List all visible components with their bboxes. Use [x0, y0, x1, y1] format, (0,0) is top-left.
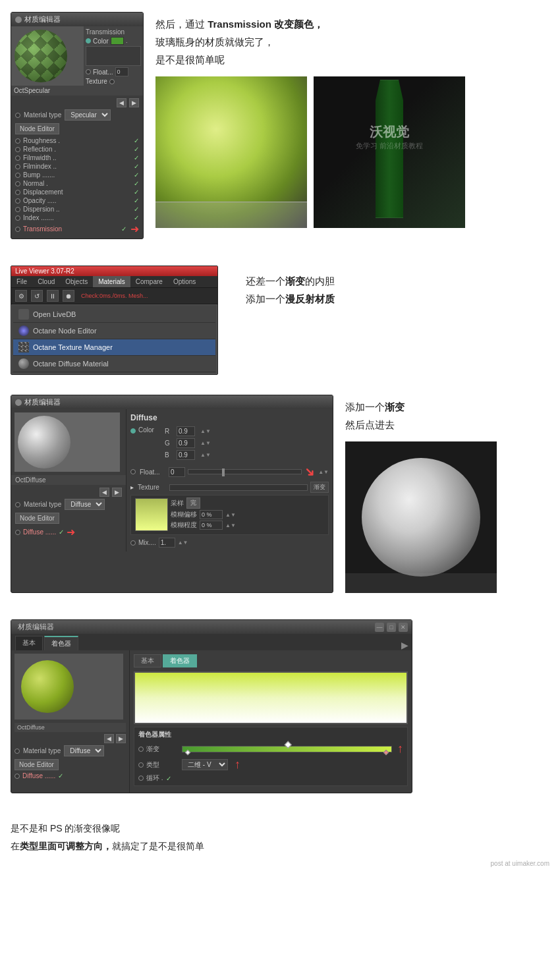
prop-index: Index ....... ✓: [15, 213, 139, 222]
blur-y-label: 模糊程度: [171, 521, 197, 530]
section1-images: 沃视觉 免学习 前沿材质教程: [155, 76, 549, 228]
blur-y-input[interactable]: [200, 521, 223, 530]
lv-menu-file[interactable]: File: [11, 276, 32, 287]
section1-text: 然后，通过 Transmission 改变颜色， 玻璃瓶身的材质就做完了， 是不…: [155, 12, 549, 239]
mix-label-3: Mix....: [138, 539, 156, 546]
ge-minimize-icon[interactable]: —: [375, 623, 384, 632]
prop-filmindex-radio: [15, 164, 20, 169]
ge-nav-left[interactable]: ◀: [104, 734, 114, 743]
ge-preview-area: [14, 654, 123, 720]
section2-text: 还差一个渐变的内胆 添加一个漫反射材质: [230, 266, 335, 308]
g-value-input[interactable]: [177, 438, 195, 448]
ge-diffuse-radio: [14, 774, 20, 779]
watermark: post at uimaker.com: [0, 859, 560, 871]
lv-dd-diffusematerial[interactable]: Octane Diffuse Material: [13, 356, 215, 372]
s3-bold1: 渐变: [385, 401, 405, 412]
lv-menu-cloud[interactable]: Cloud: [32, 276, 60, 287]
lv-tool-pause[interactable]: ⏸: [47, 290, 59, 302]
footer-text: 是不是和 PS 的渐变很像呢 在类型里面可调整方向，就搞定了是不是很简单: [0, 813, 560, 859]
trans-float-radio[interactable]: [86, 69, 91, 74]
blur-y-row: 模糊程度 ▲▼: [171, 521, 324, 530]
ge-type-dropdown[interactable]: 二维 - V: [182, 759, 228, 770]
lv-menu-options[interactable]: Options: [168, 276, 201, 287]
float-value-input-3[interactable]: [169, 467, 185, 477]
s2-line2: 添加一个漫反射材质: [246, 290, 335, 308]
lv-tool-refresh[interactable]: ↺: [31, 290, 43, 302]
ge-diamond-marker: [284, 741, 291, 748]
trans-float-value[interactable]: 0: [115, 67, 128, 76]
prop-transmission: Transmission ✓ ➜: [15, 222, 139, 236]
lv-toolbar: ⚙ ↺ ⏸ ⏺ Check:0ms./0ms. Mesh...: [11, 288, 217, 304]
mat-name-1: OctSpecular: [11, 86, 143, 96]
nav-left-btn-3[interactable]: ◀: [99, 488, 109, 497]
tex-bar-3: [169, 484, 308, 491]
panel-title-bar-1: 材质编辑器: [11, 13, 143, 26]
mat-type-dropdown-3[interactable]: Diffuse: [65, 499, 105, 510]
s2-line1: 还差一个渐变的内胆: [246, 272, 335, 290]
lv-menu-objects[interactable]: Objects: [60, 276, 93, 287]
ge-attr-title: 着色器属性: [138, 730, 403, 739]
node-editor-btn-3[interactable]: Node Editor: [15, 513, 59, 524]
prop-opacity-radio: [15, 198, 20, 204]
mix-value-3[interactable]: [159, 538, 175, 548]
lv-tool-record[interactable]: ⏺: [63, 290, 74, 302]
trans-color-radio[interactable]: [86, 38, 91, 43]
ge-inner-tab-basic[interactable]: 基本: [134, 654, 161, 667]
ge-arrow-right: ▶: [401, 640, 408, 650]
lv-dd-texturemanager[interactable]: Octane Texture Manager: [13, 339, 215, 356]
prop-displacement-radio: [15, 190, 20, 195]
material-controls-1: ◀ ▶ Material type Specular Node Editor R…: [11, 96, 143, 239]
float-slider-thumb-3: [222, 468, 225, 476]
prop-bump: Bump ....... ✓: [15, 171, 139, 179]
trans-float-row: Float... 0: [86, 67, 141, 76]
float-label-3: Float...: [140, 468, 166, 476]
r-value-input[interactable]: [177, 426, 195, 436]
diffuse-material-panel: 材质编辑器 OctDiffuse ◀ ▶ Material type: [11, 395, 333, 593]
ge-inner-tab-shader[interactable]: 着色器: [163, 654, 197, 667]
ge-node-editor-btn[interactable]: Node Editor: [14, 759, 59, 770]
ge-left-panel: OctDiffuse ◀ ▶ Material type Diffuse Nod…: [11, 650, 130, 793]
tex-gradient-btn[interactable]: 渐变: [310, 482, 329, 493]
float-slider-3[interactable]: [188, 469, 302, 474]
ge-close-icon[interactable]: ✕: [399, 623, 408, 632]
trans-color-abbrev: .: [126, 38, 128, 44]
trans-color-swatch[interactable]: [111, 37, 124, 45]
trans-texture-radio[interactable]: [109, 79, 115, 84]
ge-nav-right[interactable]: ▶: [116, 734, 126, 743]
g-channel: G ▲▼: [165, 438, 211, 448]
lv-dd-nodeeditor-label: Octane Node Editor: [33, 327, 97, 335]
ge-maximize-icon[interactable]: □: [387, 623, 396, 632]
nav-right-btn-3[interactable]: ▶: [112, 488, 122, 497]
gradient-editor-panel: 材质编辑器 — □ ✕ ▶ 基本 着色器 OctDiffuse ◀: [11, 619, 412, 793]
ge-type-arrow-icon: ↑: [235, 758, 240, 772]
prop-opacity: Opacity ..... ✓: [15, 196, 139, 205]
ge-gradient-slider[interactable]: [182, 746, 392, 752]
footer-bold1: 类型里面可调整方向，: [20, 841, 112, 851]
ge-tab-basic[interactable]: 基本: [15, 636, 43, 650]
blur-x-input[interactable]: [200, 510, 223, 519]
prop-displacement: Displacement ✓: [15, 188, 139, 196]
lv-tool-settings[interactable]: ⚙: [15, 290, 27, 302]
mat-type-dropdown-1[interactable]: Specular: [65, 109, 111, 121]
nav-left-btn[interactable]: ◀: [117, 98, 126, 107]
ge-right-panel: 基本 着色器 着色器属性 渐变: [130, 650, 412, 793]
blur-y-arrow: ▲▼: [225, 523, 236, 528]
sample-complete-btn[interactable]: 完: [186, 497, 200, 509]
prop-index-radio: [15, 215, 20, 221]
ge-diffuse-label: Diffuse ......: [22, 772, 55, 779]
lv-dd-openlivedb[interactable]: Open LiveDB: [13, 306, 215, 323]
texture-row-3: ▸ Texture 渐变: [130, 482, 329, 493]
node-editor-btn-1[interactable]: Node Editor: [15, 123, 59, 134]
lv-menu-materials[interactable]: Materials: [93, 276, 130, 287]
ge-type-row: 类型 二维 - V ↑: [138, 758, 403, 772]
nav-right-btn[interactable]: ▶: [129, 98, 139, 107]
prop-normal: Normal . ✓: [15, 179, 139, 188]
r-channel: R ▲▼: [165, 426, 211, 436]
ge-tab-shader[interactable]: 着色器: [44, 636, 78, 650]
lv-menu-compare[interactable]: Compare: [130, 276, 168, 287]
ge-gradient-attr-row: 渐变 ↑: [138, 742, 403, 756]
b-value-input[interactable]: [177, 450, 195, 460]
material-editor-panel-1: 材质编辑器 Transmission Color . Float... 0: [11, 12, 144, 239]
ge-mat-type-dropdown[interactable]: Diffuse: [64, 745, 104, 756]
lv-dd-nodeeditor[interactable]: Octane Node Editor: [13, 323, 215, 339]
